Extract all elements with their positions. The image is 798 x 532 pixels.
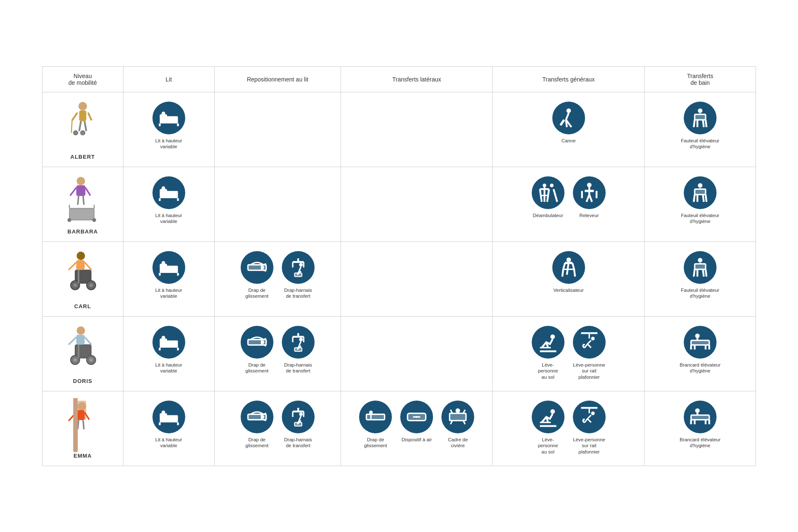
svg-line-173 bbox=[299, 416, 301, 420]
table-row: BARBARA Lit à hauteur variableDéambulate… bbox=[42, 167, 756, 241]
svg-point-51 bbox=[587, 183, 591, 187]
svg-point-182 bbox=[416, 416, 417, 417]
svg-point-197 bbox=[695, 408, 700, 413]
svg-rect-71 bbox=[76, 260, 84, 270]
slide_sheet-icon bbox=[241, 326, 273, 359]
lateral_sheet-icon bbox=[359, 401, 392, 433]
header-lit: Lit bbox=[123, 66, 214, 92]
cell-lateral-carl bbox=[341, 241, 492, 316]
ceiling_lift-label: Drap-harnais de transfert bbox=[279, 287, 317, 300]
cell-bain-emma: Brancard élévateur d'hygiène bbox=[644, 391, 756, 466]
cell-lateral-barbara bbox=[341, 167, 492, 241]
bed-icon bbox=[152, 401, 185, 433]
icon-group-lateral_sheet: Drap de glissement bbox=[357, 399, 394, 449]
svg-point-188 bbox=[456, 408, 460, 413]
icon-group-shower_stretcher: Brancard élévateur d'hygiène bbox=[680, 324, 720, 375]
svg-rect-198 bbox=[691, 415, 709, 419]
person-figure-doris bbox=[62, 323, 104, 374]
icon-group-ceiling_lift_full: Lève-personne sur rail plafonnier bbox=[570, 324, 608, 381]
svg-line-98 bbox=[562, 269, 563, 276]
icon-group-slide_sheet: Drap de glissement bbox=[238, 324, 276, 375]
walker-icon bbox=[532, 176, 564, 209]
svg-rect-27 bbox=[76, 185, 85, 196]
shower_stretcher-icon bbox=[684, 326, 717, 359]
slide_sheet-label: Drap de glissement bbox=[238, 287, 276, 300]
table-row: EMMA Lit à hauteur variableDrap de gliss… bbox=[42, 391, 756, 466]
lift_stand-icon bbox=[573, 176, 606, 209]
air_device-label: Dispositif à air bbox=[398, 437, 436, 443]
svg-line-132 bbox=[299, 341, 301, 346]
bed-icon bbox=[152, 326, 185, 359]
cell-repo-emma: Drap de glissementDrap-harnais de transf… bbox=[214, 391, 341, 466]
lateral_sheet-label: Drap de glissement bbox=[357, 437, 394, 449]
svg-rect-157 bbox=[73, 398, 78, 452]
svg-point-42 bbox=[161, 186, 165, 190]
person-cell-barbara: BARBARA bbox=[42, 167, 123, 241]
svg-line-3 bbox=[88, 113, 92, 121]
svg-point-19 bbox=[698, 108, 703, 113]
person-name-albert: ALBERT bbox=[71, 154, 95, 160]
cell-bain-barbara: Fauteuil élévateur d'hygiène bbox=[644, 167, 756, 241]
ceiling_lift-icon bbox=[282, 326, 315, 359]
floor_lift-label: Lève- personne au sol bbox=[529, 362, 567, 381]
shower_stretcher-label: Brancard élévateur d'hygiène bbox=[680, 362, 720, 375]
icon-group-shower_chair: Fauteuil élévateur d'hygiène bbox=[681, 175, 719, 225]
shower_stretcher-icon bbox=[684, 401, 717, 433]
svg-point-33 bbox=[68, 218, 71, 222]
svg-point-195 bbox=[591, 411, 595, 415]
svg-point-124 bbox=[260, 340, 264, 344]
cell-lateral-emma: Drap de glissementDispositif à airCadre … bbox=[341, 391, 492, 466]
svg-point-58 bbox=[698, 183, 703, 188]
svg-point-113 bbox=[89, 358, 93, 362]
svg-line-62 bbox=[706, 194, 706, 202]
svg-point-81 bbox=[260, 265, 264, 269]
svg-rect-102 bbox=[695, 264, 706, 269]
svg-line-116 bbox=[84, 337, 91, 344]
icon-group-walker: Déambulateur bbox=[529, 175, 567, 219]
shower_chair-icon bbox=[684, 176, 717, 209]
svg-rect-144 bbox=[691, 340, 709, 345]
person-cell-albert: ALBERT bbox=[42, 92, 123, 167]
icon-group-shower_chair: Fauteuil élévateur d'hygiène bbox=[681, 249, 719, 300]
cell-lit-doris: Lit à hauteur variable bbox=[123, 316, 214, 391]
icon-group-lift_stand: Releveur bbox=[570, 175, 608, 219]
table-row: CARL Lit à hauteur variableDrap de gliss… bbox=[42, 241, 756, 316]
svg-point-7 bbox=[74, 131, 78, 135]
svg-point-88 bbox=[299, 263, 303, 267]
person-cell-carl: CARL bbox=[42, 241, 123, 316]
svg-rect-114 bbox=[76, 335, 84, 345]
cell-general-albert: Canne bbox=[493, 92, 644, 167]
bed-icon bbox=[152, 102, 185, 134]
svg-line-22 bbox=[694, 120, 695, 127]
icon-group-stretcher_frame: Cadre de civière bbox=[439, 399, 477, 449]
shower_chair-label: Fauteuil élévateur d'hygiène bbox=[681, 138, 719, 150]
icon-group-ceiling_lift_full: Lève-personne sur rail plafonnier bbox=[570, 399, 608, 456]
main-table-wrapper: Niveau de mobilité Lit Repositionnement … bbox=[42, 66, 756, 466]
svg-line-96 bbox=[572, 263, 574, 269]
svg-point-143 bbox=[695, 333, 700, 338]
svg-rect-59 bbox=[695, 189, 706, 194]
floor_lift-icon bbox=[532, 326, 564, 359]
svg-rect-176 bbox=[294, 422, 302, 426]
cell-repo-doris: Drap de glissementDrap-harnais de transf… bbox=[214, 316, 341, 391]
cell-general-emma: Lève- personne au solLève-personne sur r… bbox=[493, 391, 644, 466]
svg-point-141 bbox=[591, 337, 595, 341]
svg-rect-20 bbox=[695, 114, 706, 120]
svg-line-156 bbox=[83, 420, 84, 429]
svg-point-26 bbox=[76, 177, 85, 185]
cell-bain-carl: Fauteuil élévateur d'hygiène bbox=[644, 241, 756, 316]
table-row: ALBERT Lit à hauteur variableCanneFauteu… bbox=[42, 92, 756, 167]
cell-general-carl: Verticalisateur bbox=[493, 241, 644, 316]
svg-line-2 bbox=[72, 113, 78, 121]
header-bain: Transferts de bain bbox=[644, 66, 756, 92]
svg-point-0 bbox=[79, 102, 87, 110]
shower_stretcher-label: Brancard élévateur d'hygiène bbox=[680, 437, 720, 449]
bed-icon bbox=[152, 251, 185, 284]
svg-point-65 bbox=[76, 252, 85, 260]
svg-line-18 bbox=[560, 120, 564, 125]
ceiling_lift-label: Drap-harnais de transfert bbox=[279, 362, 317, 375]
svg-point-93 bbox=[566, 257, 571, 262]
person-figure-barbara bbox=[62, 174, 104, 224]
person-name-carl: CARL bbox=[74, 303, 91, 309]
cell-repo-albert bbox=[214, 92, 341, 167]
